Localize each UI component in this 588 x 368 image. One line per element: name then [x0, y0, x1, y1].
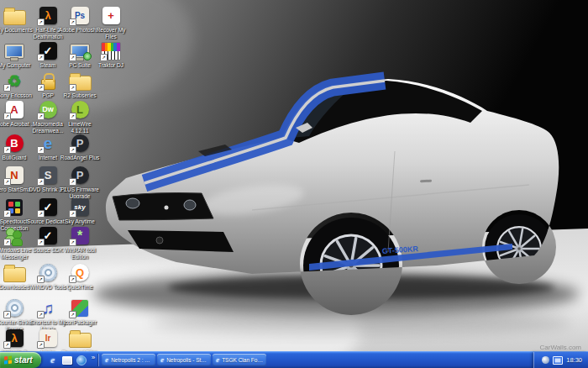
shortcut-arrow-icon: ↗	[37, 84, 45, 92]
desktop-icon-label: RoadAngel Plus	[59, 155, 101, 161]
shortcut-arrow-icon: ↗	[3, 84, 11, 92]
desktop-icon-iconpackager[interactable]: ↗IconPackager	[59, 297, 101, 326]
quick-launch-bar: e	[41, 355, 92, 366]
task-button-netropolis-2-accoun[interactable]: eNetropolis 2 : Accoun...	[102, 354, 155, 366]
desktop-icon-grid: My Documentsλ↗Half-Life 2 DeathmatchPs↗A…	[0, 0, 588, 368]
quick-launch-internet-explorer-icon[interactable]: e	[47, 355, 59, 366]
sky-anytime-icon: sky↗	[59, 197, 101, 218]
desktop-icon-label: IconPackager	[59, 319, 101, 326]
windows-flag-icon	[4, 356, 12, 365]
desktop-icon-quicktime[interactable]: Q↗QuickTime	[59, 262, 101, 291]
start-button-label: start	[14, 355, 33, 365]
network-display-icon[interactable]	[553, 356, 563, 365]
shortcut-arrow-icon: ↗	[69, 210, 76, 218]
desktop-icon-label: Traktor DJ	[90, 62, 132, 69]
desktop-icon-traktor-dj[interactable]: ↗Traktor DJ	[90, 40, 132, 69]
shortcut-arrow-icon: ↗	[3, 113, 11, 120]
internet-explorer-icon: e	[105, 356, 108, 364]
desktop-icon-label: WinRAR tool Edition	[59, 247, 101, 260]
shortcut-arrow-icon: ↗	[69, 54, 76, 61]
task-button-strip: eNetropolis 2 : Accoun...eNetropolis - S…	[101, 354, 267, 366]
desktop-icon-limewire-4-12-11[interactable]: L↗LimeWire 4.12.11	[59, 99, 101, 134]
quick-launch-browser-icon[interactable]	[76, 355, 87, 366]
shortcut-arrow-icon: ↗	[37, 54, 45, 61]
desktop-icon-r2-subseries[interactable]: ↗R2 Subseries	[59, 71, 101, 99]
shortcut-arrow-icon: ↗	[69, 239, 76, 246]
internet-explorer-icon: e	[160, 356, 164, 364]
shortcut-arrow-icon: ↗	[37, 239, 45, 246]
quick-launch-show-desktop-icon[interactable]	[61, 355, 73, 366]
task-button-label: TSGK Clan Forum :: V...	[222, 357, 263, 363]
desktop-icon-label: Recover My Files	[90, 27, 132, 40]
shortcut-arrow-icon: ↗	[37, 113, 45, 120]
shortcut-arrow-icon: ↗	[69, 311, 76, 318]
shortcut-arrow-icon: ↗	[37, 146, 45, 154]
iconpackager-icon: ↗	[59, 297, 101, 318]
shortcut-arrow-icon: ↗	[3, 311, 11, 318]
start-button[interactable]: start	[0, 352, 41, 368]
shortcut-arrow-icon: ↗	[69, 276, 76, 283]
volume-icon[interactable]	[542, 356, 549, 364]
desktop-icon-plus-firmware-upgrade[interactable]: P↗PLUS Firmware Upgrade	[59, 165, 101, 200]
taskbar-clock: 18:30	[566, 356, 582, 364]
desktop-icon-roadangel-plus[interactable]: P↗RoadAngel Plus	[59, 133, 101, 161]
shortcut-arrow-icon: ↗	[3, 239, 11, 246]
winrar-tool-icon: *↗	[59, 225, 101, 246]
desktop-icon-label: QuickTime	[59, 284, 101, 291]
shortcut-arrow-icon: ↗	[37, 18, 45, 26]
task-button-tsgk-clan-forum-v[interactable]: eTSGK Clan Forum :: V...	[213, 354, 266, 366]
desktop-icon-label: R2 Subseries	[59, 92, 101, 99]
received-files-folder-icon	[59, 328, 101, 349]
shortcut-arrow-icon: ↗	[3, 178, 11, 186]
task-button-label: Netropolis - Statistics...	[166, 357, 207, 363]
desktop: GT-500KR CarWalls.com My Documentsλ↗Half…	[0, 0, 588, 368]
shortcut-arrow-icon: ↗	[37, 210, 45, 218]
shortcut-arrow-icon: ↗	[37, 341, 45, 349]
shortcut-arrow-icon: ↗	[37, 276, 45, 283]
quick-launch-overflow-chevron[interactable]: »	[92, 354, 95, 361]
quicktime-icon: Q↗	[59, 262, 101, 283]
shortcut-arrow-icon: ↗	[3, 210, 11, 218]
shortcut-arrow-icon: ↗	[69, 113, 76, 120]
shortcut-arrow-icon: ↗	[37, 178, 45, 186]
task-button-label: Netropolis 2 : Accoun...	[111, 357, 152, 363]
desktop-icon-recover-my-files[interactable]: +Recover My Files	[90, 5, 132, 40]
task-button-netropolis-statistics[interactable]: eNetropolis - Statistics...	[157, 354, 211, 366]
shortcut-arrow-icon: ↗	[3, 146, 11, 154]
shortcut-arrow-icon: ↗	[69, 84, 76, 92]
shortcut-arrow-icon: ↗	[69, 178, 76, 186]
shortcut-arrow-icon: ↗	[3, 341, 11, 349]
limewire-icon: L↗	[59, 99, 101, 120]
shortcut-arrow-icon: ↗	[69, 146, 76, 154]
midi-keys-icon: ↗	[90, 40, 132, 61]
plus-firmware-icon: P↗	[59, 165, 101, 186]
roadangel-icon: P↗	[59, 133, 101, 154]
desktop-icon-sky-anytime[interactable]: sky↗Sky Anytime	[59, 197, 101, 225]
shortcut-folder-icon: ↗	[59, 71, 101, 92]
shortcut-arrow-icon: ↗	[100, 54, 108, 61]
system-tray: 18:30	[533, 352, 588, 368]
desktop-icon-winrar-tool-edition[interactable]: *↗WinRAR tool Edition	[59, 225, 101, 260]
shortcut-arrow-icon: ↗	[37, 311, 45, 318]
taskbar-divider	[98, 354, 99, 366]
internet-explorer-icon: e	[216, 356, 219, 364]
shortcut-arrow-icon: ↗	[69, 18, 76, 26]
desktop-icon-label: Sky Anytime	[59, 218, 101, 225]
taskbar: start e » eNetropolis 2 : Accoun...eNetr…	[0, 352, 588, 368]
recover-my-files-icon: +	[90, 5, 132, 26]
